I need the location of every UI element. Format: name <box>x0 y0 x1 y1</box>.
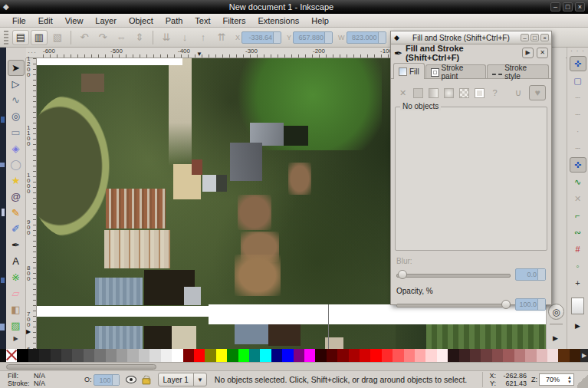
palette-swatch[interactable] <box>437 349 448 362</box>
flat-color-button[interactable] <box>412 87 425 100</box>
scroll-down-arrow-icon[interactable]: ▶ <box>553 334 558 342</box>
ellipse-tool[interactable]: ◯ <box>8 156 25 173</box>
palette-swatch[interactable] <box>547 349 558 362</box>
palette-swatch[interactable] <box>294 349 304 362</box>
palette-swatch[interactable] <box>393 349 403 362</box>
palette-swatch[interactable] <box>28 349 39 362</box>
palette-swatch[interactable] <box>448 349 458 362</box>
dialog-header-close-button[interactable]: ✕ <box>537 48 548 58</box>
rotate-ccw-button[interactable]: ↶ <box>76 30 93 45</box>
toolbox-overflow-arrow[interactable]: ▶ <box>13 335 18 342</box>
palette-swatch[interactable] <box>282 349 293 362</box>
snap-path-intersections-icon[interactable]: ✕ <box>570 191 586 206</box>
snap-centers-icon[interactable]: ◦ <box>570 258 586 274</box>
palette-swatch[interactable] <box>570 349 580 362</box>
palette-swatch[interactable] <box>227 349 238 362</box>
menu-extensions[interactable]: Extensions <box>251 15 305 26</box>
palette-swatch[interactable] <box>72 349 83 362</box>
close-button[interactable]: × <box>575 2 585 12</box>
fill-rule-evenodd-button[interactable]: ∪ <box>510 85 527 100</box>
opacity-value-field[interactable]: 100.0 <box>515 298 546 311</box>
palette-swatch-none[interactable] <box>6 349 17 362</box>
menu-edit[interactable]: Edit <box>32 15 59 26</box>
dialog-title-bar[interactable]: ◆ Fill and Stroke (Shift+Ctrl+F) – □ × <box>391 31 551 44</box>
menu-text[interactable]: Text <box>189 15 216 26</box>
menu-path[interactable]: Path <box>159 15 189 26</box>
palette-swatch[interactable] <box>459 349 470 362</box>
menu-object[interactable]: Object <box>123 15 159 26</box>
palette-swatch[interactable] <box>470 349 481 362</box>
menu-help[interactable]: Help <box>305 15 335 26</box>
snap-bbox-edges-icon[interactable]: ┄ <box>570 90 586 105</box>
unknown-paint-button[interactable]: ? <box>488 87 501 100</box>
menu-filters[interactable]: Filters <box>217 15 252 26</box>
palette-swatch[interactable] <box>106 349 117 362</box>
palette-swatch[interactable] <box>205 349 215 362</box>
palette-swatch[interactable] <box>17 349 28 362</box>
pattern-button[interactable] <box>458 87 471 100</box>
zoom-tool[interactable]: ◎ <box>8 108 25 124</box>
title-bar[interactable]: ◆ New document 1 - Inkscape – □ × <box>0 0 588 14</box>
object-opacity-field[interactable]: 100 <box>94 374 120 386</box>
star-tool[interactable]: ★ <box>8 173 25 189</box>
palette-swatch[interactable] <box>525 349 536 362</box>
menu-layer[interactable]: Layer <box>89 15 123 26</box>
maximize-button[interactable]: □ <box>563 2 573 12</box>
snap-smooth-nodes-icon[interactable]: ∾ <box>570 225 586 240</box>
dialog-close-button[interactable]: × <box>540 34 549 41</box>
snap-enable-icon[interactable]: ✜ <box>570 56 586 71</box>
dialog-minimize-button[interactable]: – <box>521 34 529 41</box>
menu-file[interactable]: File <box>6 15 32 26</box>
gradient-tool[interactable]: ▨ <box>8 317 25 334</box>
snap-cusp-nodes-icon[interactable]: ⌐ <box>570 208 586 223</box>
box-3d-tool[interactable]: ◈ <box>8 140 25 156</box>
snap-grid-guide-icon[interactable]: + <box>570 275 586 291</box>
dialog-menu-button[interactable]: ▶ <box>522 48 534 58</box>
minimize-button[interactable]: – <box>550 2 560 12</box>
palette-swatch[interactable] <box>39 349 50 362</box>
palette-swatch[interactable] <box>194 349 205 362</box>
select-all-layers-button[interactable]: ▥ <box>31 30 48 45</box>
palette-swatch[interactable] <box>404 349 415 362</box>
flip-vertical-button[interactable]: ⇕ <box>131 30 148 45</box>
raise-button[interactable]: ↑ <box>195 30 212 45</box>
blur-slider[interactable] <box>396 270 511 279</box>
toolbar-grip[interactable] <box>4 31 8 44</box>
snapbar-scroll-thumb[interactable] <box>571 298 584 314</box>
palette-swatch[interactable] <box>117 349 127 362</box>
palette-swatch[interactable] <box>61 349 72 362</box>
node-editor-tool[interactable]: ▷ <box>8 76 25 92</box>
select-all-button[interactable]: ▤ <box>12 30 29 45</box>
vertical-ruler[interactable]: ▶ 120011001000900800700600 <box>26 58 37 349</box>
palette-swatch[interactable] <box>304 349 315 362</box>
snap-bbox-icon[interactable]: ▢ <box>570 73 586 88</box>
window-resize-grip[interactable] <box>577 371 588 388</box>
bezier-pen-tool[interactable]: ✐ <box>8 221 25 237</box>
palette-swatch[interactable] <box>327 349 337 362</box>
palette-swatch[interactable] <box>238 349 249 362</box>
palette-swatch[interactable] <box>425 349 436 362</box>
tab-fill[interactable]: Fill <box>393 63 425 79</box>
palette-swatch[interactable] <box>415 349 425 362</box>
snap-bbox-corners-icon[interactable]: ┄ <box>570 107 586 122</box>
palette-swatch[interactable] <box>183 349 194 362</box>
palette-swatch[interactable] <box>260 349 271 362</box>
palette-swatch[interactable] <box>249 349 260 362</box>
palette-swatch[interactable] <box>94 349 105 362</box>
swatch-button[interactable] <box>473 87 486 100</box>
palette-swatch[interactable] <box>149 349 160 362</box>
fill-stroke-indicator[interactable]: Fill: N/A Stroke: N/A <box>8 372 64 387</box>
palette-swatch[interactable] <box>172 349 182 362</box>
selector-tool[interactable]: ➤ <box>8 60 25 76</box>
dialog-maximize-button[interactable]: □ <box>531 34 539 41</box>
layer-visibility-eye-icon[interactable] <box>126 376 136 383</box>
snapbar-grip[interactable]: · · · <box>570 48 585 55</box>
calligraphy-tool[interactable]: ✒ <box>8 237 25 253</box>
tweak-tool[interactable]: ∿ <box>8 92 25 108</box>
snap-bbox-midpoints-icon[interactable]: · <box>570 123 586 139</box>
palette-swatch[interactable] <box>370 349 381 362</box>
spiral-tool[interactable]: @ <box>8 189 25 205</box>
layer-lock-icon[interactable] <box>141 375 149 384</box>
palette-swatch[interactable] <box>271 349 282 362</box>
horizontal-scrollbar-thumb[interactable] <box>6 364 156 370</box>
